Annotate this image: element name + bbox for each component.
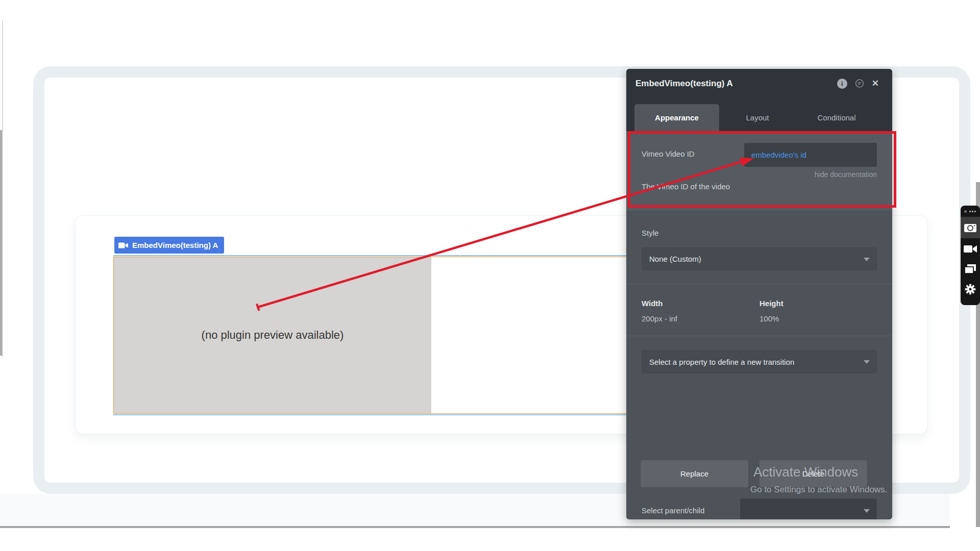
video-badge-icon <box>118 242 129 249</box>
tab-conditional[interactable]: Conditional <box>796 104 877 131</box>
style-dropdown-value: None (Custom) <box>649 255 701 263</box>
toolbar-handle-row[interactable]: ••• <box>961 206 980 217</box>
chevron-down-icon <box>864 360 870 364</box>
panel-body: Vimeo Video ID embedvideo's id hide docu… <box>626 131 892 519</box>
camera-icon[interactable] <box>961 217 980 238</box>
status-dot <box>964 210 967 213</box>
delete-button[interactable]: Delete <box>760 460 867 487</box>
plugin-placeholder-text: (no plugin preview available) <box>202 329 344 342</box>
chevron-down-icon <box>864 258 870 261</box>
select-parent-child-label: Select parent/child <box>642 506 704 515</box>
gear-icon[interactable] <box>961 279 980 299</box>
element-top-edge-guide <box>113 255 628 256</box>
vimeo-id-input[interactable]: embedvideo's id <box>744 143 877 167</box>
plugin-preview-area[interactable]: (no plugin preview available) <box>114 257 431 413</box>
ellipsis-icon[interactable]: ••• <box>969 208 976 214</box>
vimeo-id-description: The Vimeo ID of the video <box>642 182 730 191</box>
video-icon[interactable] <box>961 238 980 260</box>
width-label: Width <box>642 299 663 308</box>
section-divider <box>626 336 892 336</box>
panel-header[interactable]: EmbedVimeo(testing) A i ✕ <box>626 69 892 98</box>
comment-icon[interactable] <box>854 79 865 88</box>
height-label: Height <box>760 299 783 308</box>
width-value: 200px - inf <box>642 314 677 323</box>
transition-dropdown[interactable]: Select a property to define a new transi… <box>642 350 877 373</box>
tab-appearance[interactable]: Appearance <box>634 104 719 131</box>
embed-vimeo-element[interactable]: (no plugin preview available) <box>113 257 628 414</box>
chevron-down-icon <box>864 509 870 513</box>
style-dropdown[interactable]: None (Custom) <box>642 247 877 270</box>
style-label: Style <box>642 229 658 237</box>
parent-child-dropdown[interactable] <box>740 498 877 519</box>
section-divider <box>626 284 892 284</box>
info-icon[interactable]: i <box>837 79 847 89</box>
close-icon[interactable]: ✕ <box>872 78 879 89</box>
replace-button[interactable]: Replace <box>641 460 748 487</box>
property-editor-panel[interactable]: EmbedVimeo(testing) A i ✕ Appearance Lay… <box>626 69 892 519</box>
vimeo-id-label: Vimeo Video ID <box>642 149 695 158</box>
copy-icon[interactable] <box>961 260 980 279</box>
floating-side-toolbar[interactable]: ••• <box>961 206 980 305</box>
height-value: 100% <box>760 314 779 323</box>
left-panel-divider <box>2 20 3 357</box>
hide-documentation-link[interactable]: hide documentation <box>815 170 877 179</box>
element-name-badge[interactable]: EmbedVimeo(testing) A <box>114 237 224 254</box>
panel-tab-row: Appearance Layout Conditional <box>626 98 892 131</box>
canvas-bottom-border <box>0 526 950 528</box>
panel-title: EmbedVimeo(testing) A <box>635 79 837 89</box>
transition-dropdown-placeholder: Select a property to define a new transi… <box>649 358 794 366</box>
tab-layout[interactable]: Layout <box>719 104 796 131</box>
vimeo-id-value: embedvideo's id <box>751 151 806 159</box>
element-bottom-edge-guide <box>113 414 628 415</box>
element-badge-label: EmbedVimeo(testing) A <box>132 241 218 249</box>
